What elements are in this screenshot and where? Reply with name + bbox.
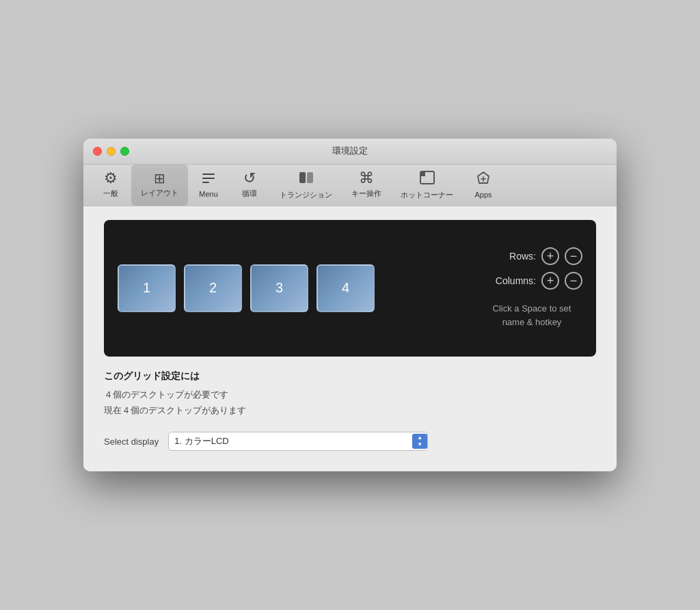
toolbar-label-apps: Apps [474, 191, 492, 199]
main-window: 環境設定 ⚙ 一般 ⊞ レイアウト Menu ↺ 循環 [83, 139, 617, 472]
space-item-3[interactable]: 3 [250, 264, 308, 312]
columns-plus-button[interactable]: + [541, 272, 559, 290]
space-item-4[interactable]: 4 [317, 264, 375, 312]
rows-label: Rows: [481, 251, 536, 262]
cycle-icon: ↺ [243, 171, 256, 186]
menu-icon [201, 171, 216, 187]
toolbar-item-general[interactable]: ⚙ 一般 [90, 165, 131, 206]
svg-rect-6 [420, 171, 425, 176]
display-select[interactable]: 1. カラーLCD ▲ ▼ [168, 432, 428, 451]
rows-control-row: Rows: + − [481, 247, 582, 265]
toolbar-label-menu: Menu [199, 190, 218, 198]
rows-plus-button[interactable]: + [541, 247, 559, 265]
titlebar: 環境設定 [83, 139, 617, 165]
grid-icon: ⊞ [154, 171, 165, 185]
info-line-1: ４個のデスクトップが必要です [104, 387, 596, 402]
preview-area: 1 2 3 4 Rows: + − Columns: + − Click a S… [104, 220, 596, 357]
svg-rect-0 [202, 174, 215, 175]
display-select-arrow[interactable]: ▲ ▼ [412, 434, 427, 449]
toolbar-item-shortcut[interactable]: ⌘ キー操作 [342, 165, 391, 206]
svg-rect-4 [307, 172, 313, 183]
space-item-2[interactable]: 2 [184, 264, 242, 312]
toolbar-label-shortcut: キー操作 [351, 189, 381, 199]
svg-rect-3 [299, 172, 306, 183]
columns-label: Columns: [481, 275, 536, 286]
info-section: このグリッド設定には ４個のデスクトップが必要です 現在４個のデスクトップがあり… [104, 370, 596, 419]
toolbar-label-layout: レイアウト [141, 188, 178, 198]
display-row: Select display 1. カラーLCD ▲ ▼ [104, 432, 596, 451]
toolbar-item-menu[interactable]: Menu [188, 165, 229, 206]
svg-rect-2 [202, 182, 209, 183]
toolbar: ⚙ 一般 ⊞ レイアウト Menu ↺ 循環 [83, 165, 617, 206]
display-label: Select display [104, 436, 159, 447]
close-button[interactable] [93, 147, 102, 156]
content-area: 1 2 3 4 Rows: + − Columns: + − Click a S… [83, 206, 617, 472]
toolbar-item-hotcorner[interactable]: ホットコーナー [391, 165, 463, 206]
toolbar-item-apps[interactable]: Apps [463, 165, 504, 206]
transition-icon [298, 170, 314, 187]
toolbar-item-layout[interactable]: ⊞ レイアウト [131, 165, 188, 206]
toolbar-label-cycle: 循環 [242, 189, 257, 199]
chevron-down-icon: ▼ [417, 442, 422, 447]
toolbar-label-general: 一般 [103, 189, 118, 199]
rows-minus-button[interactable]: − [565, 247, 582, 265]
svg-rect-1 [202, 178, 215, 179]
maximize-button[interactable] [120, 147, 129, 156]
controls-area: Rows: + − Columns: + − Click a Space to … [481, 247, 582, 329]
apps-icon [475, 171, 492, 188]
columns-control-row: Columns: + − [481, 272, 582, 290]
traffic-lights [93, 147, 129, 156]
toolbar-label-transition: トランジション [280, 190, 332, 200]
window-title: 環境設定 [332, 145, 368, 157]
hotcorner-icon [419, 170, 435, 187]
display-select-value: 1. カラーLCD [169, 432, 412, 450]
hint-text: Click a Space to setname & hotkey [481, 302, 582, 329]
gear-icon: ⚙ [104, 171, 118, 186]
toolbar-label-hotcorner: ホットコーナー [401, 190, 453, 200]
spaces-grid: 1 2 3 4 [118, 264, 375, 312]
keyboard-icon: ⌘ [359, 171, 374, 186]
minimize-button[interactable] [107, 147, 116, 156]
chevron-up-icon: ▲ [417, 435, 422, 441]
info-line-2: 現在４個のデスクトップがあります [104, 402, 596, 418]
space-item-1[interactable]: 1 [118, 264, 176, 312]
info-title: このグリッド設定には [104, 370, 596, 383]
toolbar-item-transition[interactable]: トランジション [270, 165, 342, 206]
toolbar-item-cycle[interactable]: ↺ 循環 [229, 165, 270, 206]
columns-minus-button[interactable]: − [565, 272, 582, 290]
